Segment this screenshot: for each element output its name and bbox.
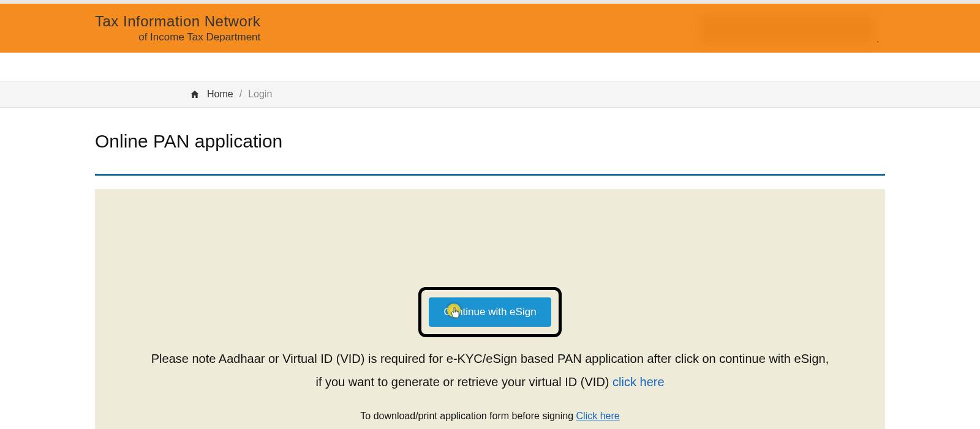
nav-space (0, 53, 980, 81)
action-panel: Continue with eSign Please note Aadhaar … (95, 189, 885, 429)
esign-button-highlight: Continue with eSign (418, 287, 561, 337)
header-title-block: Tax Information Network of Income Tax De… (95, 13, 260, 43)
download-note: To download/print application form befor… (119, 411, 861, 422)
breadcrumb-current: Login (248, 89, 272, 100)
page-title: Online PAN application (95, 131, 885, 152)
header-title-sub: of Income Tax Department (95, 31, 260, 43)
main-content: Online PAN application Continue with eSi… (0, 131, 980, 429)
header-banner: Tax Information Network of Income Tax De… (0, 4, 980, 53)
esign-note-line1: Please note Aadhaar or Virtual ID (VID) … (151, 352, 829, 365)
header-dot: . (876, 34, 879, 44)
breadcrumb-home-link[interactable]: Home (207, 89, 233, 100)
continue-esign-button[interactable]: Continue with eSign (429, 297, 551, 327)
header-title-main: Tax Information Network (95, 13, 260, 30)
download-click-here-link[interactable]: Click here (576, 411, 620, 421)
section-divider (95, 174, 885, 176)
breadcrumb-separator: / (239, 89, 242, 100)
esign-note-line2-prefix: if you want to generate or retrieve your… (315, 375, 612, 389)
esign-note: Please note Aadhaar or Virtual ID (VID) … (119, 347, 861, 394)
home-icon (190, 89, 200, 99)
header-blurred-region (701, 16, 873, 43)
breadcrumb-bar: Home / Login (0, 81, 980, 108)
vid-click-here-link[interactable]: click here (612, 375, 664, 389)
download-prefix: To download/print application form befor… (360, 411, 576, 421)
breadcrumb: Home / Login (95, 89, 885, 100)
